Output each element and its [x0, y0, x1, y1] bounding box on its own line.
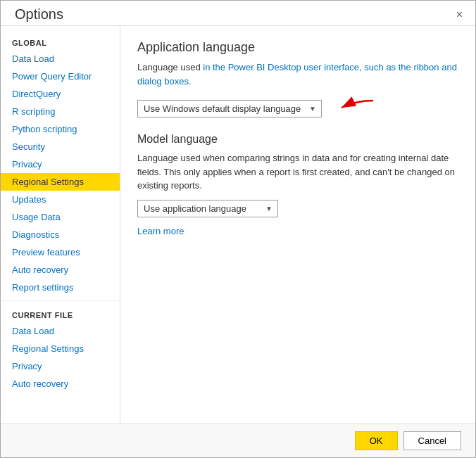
footer: OK Cancel — [1, 424, 475, 457]
learn-more-link[interactable]: Learn more — [137, 226, 184, 236]
sidebar-item-python-scripting[interactable]: Python scripting — [1, 120, 120, 138]
sidebar-item-auto-recovery[interactable]: Auto recovery — [1, 261, 120, 279]
sidebar-item-directquery[interactable]: DirectQuery — [1, 85, 120, 103]
sidebar-item-data-load[interactable]: Data Load — [1, 50, 120, 68]
content-area: GLOBAL Data Load Power Query Editor Dire… — [1, 25, 475, 424]
sidebar-item-updates[interactable]: Updates — [1, 191, 120, 208]
global-section-header: GLOBAL — [1, 33, 120, 50]
model-language-description: Language used when comparing strings in … — [137, 151, 458, 193]
options-dialog: Options × GLOBAL Data Load Power Query E… — [0, 0, 476, 458]
app-lang-desc-prefix: Language used — [137, 62, 203, 72]
sidebar-item-preview-features[interactable]: Preview features — [1, 243, 120, 261]
cancel-button[interactable]: Cancel — [403, 431, 461, 450]
sidebar-item-r-scripting[interactable]: R scripting — [1, 103, 120, 120]
red-arrow-annotation — [327, 95, 377, 122]
main-panel: Application language Language used in th… — [120, 26, 475, 424]
sidebar-scroll[interactable]: GLOBAL Data Load Power Query Editor Dire… — [1, 26, 120, 424]
app-language-description: Language used in the Power BI Desktop us… — [137, 61, 458, 88]
model-language-title: Model language — [137, 133, 458, 146]
sidebar-item-usage-data[interactable]: Usage Data — [1, 208, 120, 226]
sidebar-item-cf-data-load[interactable]: Data Load — [1, 322, 120, 340]
sidebar-item-privacy[interactable]: Privacy — [1, 155, 120, 173]
close-button[interactable]: × — [452, 8, 467, 22]
sidebar-item-regional-settings[interactable]: Regional Settings — [1, 173, 120, 191]
sidebar: GLOBAL Data Load Power Query Editor Dire… — [1, 26, 120, 424]
app-language-dropdown[interactable]: Use Windows default display language Eng… — [137, 100, 322, 117]
model-language-dropdown[interactable]: Use application language English French … — [137, 200, 278, 217]
dialog-title: Options — [15, 6, 63, 23]
sidebar-item-cf-regional-settings[interactable]: Regional Settings — [1, 340, 120, 357]
current-file-section-header: CURRENT FILE — [1, 305, 120, 322]
title-bar: Options × — [1, 1, 475, 25]
app-language-title: Application language — [137, 40, 458, 55]
sidebar-item-report-settings[interactable]: Report settings — [1, 279, 120, 296]
red-arrow-svg — [327, 95, 377, 120]
sidebar-item-security[interactable]: Security — [1, 138, 120, 155]
sidebar-item-power-query-editor[interactable]: Power Query Editor — [1, 68, 120, 85]
sidebar-item-cf-auto-recovery[interactable]: Auto recovery — [1, 375, 120, 393]
sidebar-item-cf-privacy[interactable]: Privacy — [1, 357, 120, 375]
ok-button[interactable]: OK — [355, 431, 398, 450]
sidebar-item-diagnostics[interactable]: Diagnostics — [1, 226, 120, 243]
